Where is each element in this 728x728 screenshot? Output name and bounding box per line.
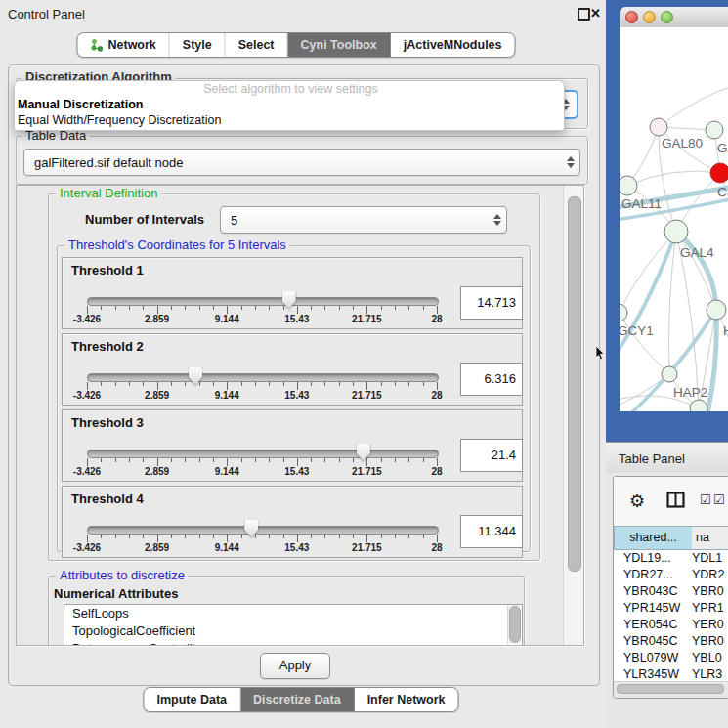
minor-tick <box>423 306 424 310</box>
minimize-traffic-light-icon[interactable] <box>643 11 656 23</box>
minor-tick <box>353 382 354 386</box>
popup-item-equal-width-frequency[interactable]: Equal Width/Frequency Discretization <box>15 112 564 128</box>
float-window-icon[interactable] <box>578 8 590 21</box>
slider-thumb[interactable] <box>357 444 370 461</box>
close-traffic-light-icon[interactable] <box>625 11 638 23</box>
column-header-name[interactable]: na <box>692 526 728 550</box>
threshold-value-input[interactable]: 11.344 <box>460 515 523 548</box>
tab-select[interactable]: Select <box>226 33 288 57</box>
attribute-list-item[interactable]: TopologicalCoefficient <box>64 622 522 640</box>
tab-discretize-data[interactable]: Discretize Data <box>240 688 355 711</box>
major-tick <box>157 535 158 542</box>
table-row[interactable]: YPR145WYPR1 <box>614 600 728 617</box>
gear-icon[interactable]: ⚙ <box>629 491 645 511</box>
tick-label: 15.43 <box>284 314 309 324</box>
table-row[interactable]: YLR345WYLR3 <box>614 666 728 681</box>
network-node[interactable] <box>690 400 707 411</box>
minor-tick <box>283 535 284 538</box>
minor-tick <box>241 382 242 386</box>
tick-label: 2.859 <box>145 542 169 553</box>
columns-icon[interactable] <box>666 492 685 508</box>
network-node-gcy1[interactable] <box>620 304 627 321</box>
settings-vertical-scrollbar[interactable] <box>563 186 584 645</box>
cell-name: YBL0 <box>692 650 728 666</box>
threshold-panel-3: Threshold 3-3.4262.8599.14415.4321.71528… <box>62 409 523 482</box>
number-of-intervals-combobox[interactable]: 5 <box>220 206 507 234</box>
tab-label: Cyni Toolbox <box>301 38 377 52</box>
network-node-gal11[interactable] <box>620 176 637 195</box>
network-node-c[interactable] <box>710 163 728 183</box>
column-header-shared[interactable]: shared... <box>614 526 693 550</box>
slider-track[interactable] <box>87 297 439 306</box>
table-data-combobox[interactable]: galFiltered.sif default node <box>23 149 580 176</box>
network-node-gal80[interactable] <box>650 118 667 136</box>
tab-network[interactable]: Network <box>77 33 169 57</box>
minor-tick <box>143 382 144 386</box>
slider-track[interactable] <box>87 450 439 458</box>
slider-track[interactable] <box>87 373 439 382</box>
apply-button[interactable]: Apply <box>260 653 330 679</box>
tab-infer-network[interactable]: Infer Network <box>355 688 458 711</box>
panel-title: Control Panel <box>8 7 85 21</box>
network-edge <box>676 232 716 310</box>
cell-name: YBR0 <box>692 583 728 600</box>
table-row[interactable]: YDL19...YDL1 <box>614 550 728 567</box>
minor-tick <box>255 458 256 462</box>
cell-name: YBR0 <box>692 633 728 650</box>
combo-spinner-icon <box>489 214 506 226</box>
threshold-value-input[interactable]: 21.4 <box>460 439 523 472</box>
tab-impute-data[interactable]: Impute Data <box>144 688 240 711</box>
tick-label: 9.144 <box>215 542 239 553</box>
tab-style[interactable]: Style <box>170 33 226 57</box>
attributes-group-title: Attributes to discretize <box>56 569 189 582</box>
tab-jactivemnodules[interactable]: jActiveMNodules <box>391 33 515 57</box>
threshold-panel-1: Threshold 1-3.4262.8599.14415.4321.71528… <box>62 257 523 329</box>
close-icon[interactable]: ✕ <box>590 8 601 20</box>
attributes-list-scrollbar[interactable] <box>507 605 521 644</box>
slider-thumb[interactable] <box>244 520 258 537</box>
network-window-titlebar[interactable] <box>620 7 728 28</box>
attribute-list-item[interactable]: SelfLoops <box>64 605 522 622</box>
zoom-traffic-light-icon[interactable] <box>661 11 673 23</box>
table-row[interactable]: YBR043CYBR0 <box>614 583 728 600</box>
threshold-value-input[interactable]: 6.316 <box>460 363 523 396</box>
minor-tick <box>353 306 354 310</box>
threshold-label: Threshold 4 <box>71 492 144 506</box>
slider-track[interactable] <box>87 526 439 535</box>
network-node-hap2[interactable] <box>662 366 677 382</box>
slider-thumb[interactable] <box>189 367 202 385</box>
minor-tick <box>269 306 270 310</box>
tick-label: -3.426 <box>73 466 101 477</box>
tick-label: 2.859 <box>145 466 169 477</box>
network-node-label: C <box>717 185 727 199</box>
minor-tick <box>199 535 200 538</box>
network-node-label: GAL4 <box>680 245 714 260</box>
table-row[interactable]: YDR27...YDR2 <box>614 567 728 583</box>
minor-tick <box>115 535 116 538</box>
network-node-gal4[interactable] <box>664 220 688 243</box>
tick-label: 21.715 <box>352 314 382 324</box>
popup-item-manual-discretization[interactable]: Manual Discretization <box>15 97 564 112</box>
cell-name: YDR2 <box>692 567 728 583</box>
table-row[interactable]: YBR045CYBR0 <box>614 633 728 650</box>
major-tick <box>297 458 298 466</box>
attribute-list-item[interactable]: BetweennessCentrality <box>64 640 522 646</box>
minor-tick <box>171 458 172 462</box>
cell-shared-name: YLR345W <box>623 666 692 681</box>
table-horizontal-scrollbar[interactable] <box>614 681 728 699</box>
network-node-ga[interactable] <box>706 121 723 139</box>
cell-shared-name: YBL079W <box>623 650 692 666</box>
checkbox-checked-icon[interactable]: ☑ <box>700 492 711 507</box>
network-node-h[interactable] <box>707 300 726 320</box>
slider-thumb[interactable] <box>282 291 296 309</box>
tick-label: 28 <box>431 314 442 324</box>
table-row[interactable]: YBL079WYBL0 <box>614 650 728 666</box>
checkbox-checked-icon[interactable]: ☑ <box>713 492 725 507</box>
tab-cyni-toolbox[interactable]: Cyni Toolbox <box>288 33 391 57</box>
table-row[interactable]: YER054CYER0 <box>614 617 728 633</box>
network-canvas[interactable]: GAL80GACGAL11GAL4GCY1HHAP2 <box>620 27 728 411</box>
threshold-value-input[interactable]: 14.713 <box>460 286 523 320</box>
node-table-container: ⚙ ☑ ☑ shared... na YDL19...YDL1YDR27...Y… <box>613 476 728 699</box>
cell-shared-name: YDR27... <box>623 567 692 583</box>
major-tick <box>437 306 438 314</box>
